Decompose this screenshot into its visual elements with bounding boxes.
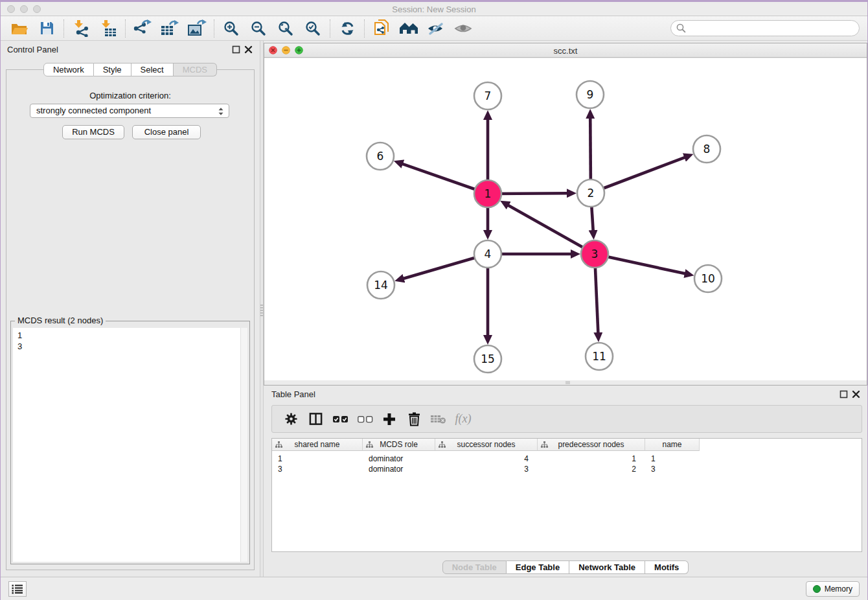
table-cell[interactable]: 1 <box>272 454 363 465</box>
graph-node-15[interactable]: 15 <box>474 345 501 373</box>
function-icon: f(x) <box>455 412 472 426</box>
column-header-name[interactable]: name <box>645 439 700 451</box>
hierarchy-icon <box>541 441 548 448</box>
memory-button[interactable]: Memory <box>806 581 860 597</box>
memory-label: Memory <box>825 584 852 594</box>
graph-node-2[interactable]: 2 <box>577 179 604 207</box>
svg-text:2: 2 <box>588 187 595 200</box>
table-cell[interactable]: 2 <box>538 464 645 475</box>
graph-node-14[interactable]: 14 <box>367 271 394 299</box>
criterion-select[interactable]: strongly connected component <box>30 104 229 118</box>
home-button[interactable] <box>395 18 422 39</box>
table-cell[interactable]: 3 <box>435 464 538 475</box>
import-network-button[interactable] <box>67 18 95 39</box>
open-folder-icon <box>10 21 29 36</box>
table-cell[interactable]: dominator <box>363 454 435 465</box>
zoom-out-button[interactable] <box>245 18 272 39</box>
graph-node-3[interactable]: 3 <box>581 240 608 268</box>
toolbar-separator <box>63 19 64 38</box>
close-panel-icon[interactable] <box>244 45 253 54</box>
delete-table-button[interactable] <box>426 408 451 430</box>
first-neighbors-button[interactable] <box>368 18 395 39</box>
tab-select[interactable]: Select <box>131 63 174 76</box>
hierarchy-icon <box>275 441 282 448</box>
import-table-icon <box>100 19 117 37</box>
save-session-button[interactable] <box>33 18 60 39</box>
deselect-all-button[interactable] <box>352 408 377 430</box>
toolbar-separator <box>214 19 214 38</box>
float-table-panel-icon[interactable] <box>839 390 848 398</box>
network-canvas[interactable]: 7968124314101511 <box>264 58 867 380</box>
column-header-MCDS-role[interactable]: MCDS role <box>363 439 435 451</box>
control-panel: Control Panel NetworkStyleSelectMCDS Opt… <box>1 41 260 577</box>
zoom-selected-button[interactable] <box>299 18 326 39</box>
tab-edge-table[interactable]: Edge Table <box>507 560 569 574</box>
select-all-button[interactable] <box>328 408 352 430</box>
zoom-out-icon <box>251 21 266 36</box>
table-settings-button[interactable] <box>279 408 303 430</box>
table-cell[interactable]: 1 <box>645 454 700 465</box>
table-cell[interactable]: dominator <box>363 464 435 475</box>
tab-style[interactable]: Style <box>94 63 131 76</box>
column-header-successor-nodes[interactable]: successor nodes <box>435 439 538 451</box>
open-session-button[interactable] <box>6 18 33 39</box>
task-history-button[interactable] <box>8 581 27 597</box>
houses-icon <box>399 21 418 36</box>
graph-node-11[interactable]: 11 <box>586 343 613 370</box>
graph-node-6[interactable]: 6 <box>367 143 394 170</box>
graph-node-4[interactable]: 4 <box>474 240 501 268</box>
delete-column-button[interactable] <box>402 408 426 430</box>
function-builder-button[interactable]: f(x) <box>451 408 475 430</box>
svg-text:1: 1 <box>485 187 492 200</box>
apply-layout-button[interactable] <box>334 18 361 39</box>
close-panel-button[interactable]: Close panel <box>132 125 201 139</box>
zoom-in-button[interactable] <box>218 18 245 39</box>
close-table-panel-icon[interactable] <box>852 390 860 398</box>
tab-network[interactable]: Network <box>43 63 94 76</box>
hide-selected-button[interactable] <box>422 18 450 39</box>
graph-node-9[interactable]: 9 <box>577 81 604 108</box>
network-window-title: scc.txt <box>264 46 867 56</box>
export-image-button[interactable] <box>183 18 211 39</box>
table-cell[interactable]: 3 <box>645 464 700 475</box>
column-header-shared-name[interactable]: shared name <box>272 439 363 451</box>
table-cell[interactable]: 1 <box>538 454 645 465</box>
float-panel-icon[interactable] <box>232 45 240 54</box>
run-mcds-button[interactable]: Run MCDS <box>62 125 124 139</box>
export-network-button[interactable] <box>129 18 156 39</box>
tab-network-table[interactable]: Network Table <box>569 560 645 574</box>
eye-icon <box>454 21 472 36</box>
save-floppy-icon <box>40 21 54 36</box>
resize-grip-icon[interactable] <box>565 381 570 384</box>
graph-edge-3-1[interactable] <box>508 205 595 254</box>
zoom-in-icon <box>223 21 239 36</box>
network-window-titlebar[interactable]: scc.txt <box>264 43 867 58</box>
add-column-button[interactable] <box>377 408 402 430</box>
plus-icon <box>382 412 396 426</box>
graph-node-10[interactable]: 10 <box>694 265 722 292</box>
import-table-button[interactable] <box>95 18 122 39</box>
graph-node-1[interactable]: 1 <box>474 180 501 207</box>
graph-node-7[interactable]: 7 <box>474 82 501 110</box>
column-header-predecessor-nodes[interactable]: predecessor nodes <box>538 439 645 451</box>
import-network-icon <box>73 19 90 37</box>
tab-mcds[interactable]: MCDS <box>174 63 217 76</box>
memory-status-icon <box>813 585 821 593</box>
graph-node-8[interactable]: 8 <box>693 135 720 163</box>
zoom-fit-button[interactable] <box>272 18 299 39</box>
tab-motifs[interactable]: Motifs <box>645 560 689 574</box>
split-view-button[interactable] <box>303 408 328 430</box>
table-cell[interactable]: 3 <box>272 464 363 475</box>
result-scrollbar[interactable] <box>240 328 247 562</box>
svg-text:3: 3 <box>591 248 599 260</box>
export-table-button[interactable] <box>156 18 183 39</box>
graph-edge-2-8[interactable] <box>591 157 685 193</box>
table-cell[interactable]: 4 <box>435 454 538 465</box>
mcds-result-text[interactable]: 1 3 <box>13 328 247 562</box>
search-input[interactable] <box>670 20 860 36</box>
tab-node-table[interactable]: Node Table <box>442 560 507 574</box>
svg-text:8: 8 <box>703 143 711 156</box>
export-network-icon <box>133 19 152 37</box>
node-table[interactable]: shared nameMCDS rolesuccessor nodesprede… <box>271 438 862 552</box>
show-all-button[interactable] <box>450 18 477 39</box>
